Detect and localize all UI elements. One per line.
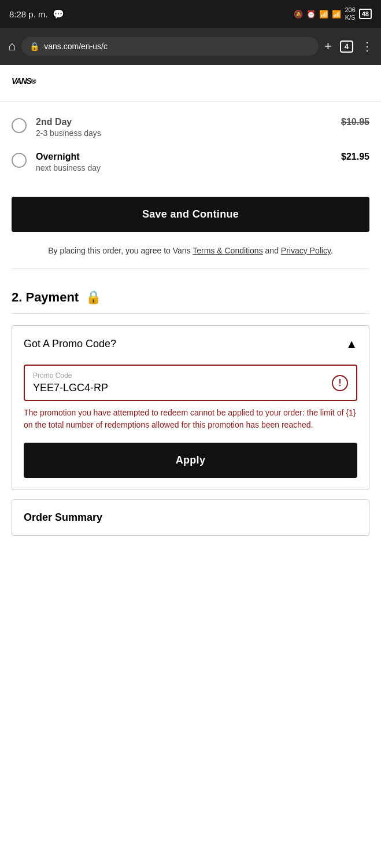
radio-overnight[interactable] [12,153,27,168]
promo-title: Got A Promo Code? [24,338,116,350]
shipping-section: 2nd Day 2-3 business days $10.95 Overnig… [12,102,369,187]
mute-icon: 🔕 [294,10,303,19]
chevron-up-icon[interactable]: ▲ [346,337,357,351]
url-text: vans.com/en-us/c [44,42,108,51]
status-time: 8:28 p. m. [9,9,48,19]
promo-input-value: YEE7-LGC4-RP [33,382,108,393]
logo-bar: VANS® [0,65,381,102]
apply-button[interactable]: Apply [24,443,357,478]
vans-logo: VANS® [12,74,369,95]
alarm-icon: ⏰ [306,10,316,19]
privacy-link[interactable]: Privacy Policy [281,246,331,255]
shipping-price-overnight: $21.95 [341,152,369,162]
status-time-area: 8:28 p. m. 💬 [9,9,64,20]
home-icon[interactable]: ⌂ [8,39,16,54]
browser-menu-icon[interactable]: ⋮ [361,39,373,53]
tab-count[interactable]: 4 [340,41,353,53]
main-content: 2nd Day 2-3 business days $10.95 Overnig… [0,102,381,547]
url-security-icon: 🔒 [29,42,39,51]
shipping-days-2nd-day: 2-3 business days [36,128,332,138]
signal-icon: 📶 [332,10,341,19]
promo-error-icon: ! [332,375,348,391]
status-icons: 🔕 ⏰ 📶 📶 206 K/S 48 [294,6,372,21]
logo-registered: ® [31,78,36,86]
browser-actions: + 4 ⋮ [324,39,373,54]
shipping-info-overnight: Overnight next business day [36,152,332,172]
new-tab-icon[interactable]: + [324,39,332,54]
promo-header[interactable]: Got A Promo Code? ▲ [24,337,357,351]
payment-header: 2. Payment 🔒 [12,290,369,305]
terms-text: By placing this order, you agree to Vans… [12,241,369,269]
shipping-days-overnight: next business day [36,163,332,172]
order-summary-title: Order Summary [24,512,102,523]
shipping-name-overnight: Overnight [36,152,332,162]
shipping-info-2nd-day: 2nd Day 2-3 business days [36,117,332,138]
browser-bar: ⌂ 🔒 vans.com/en-us/c + 4 ⋮ [0,28,381,65]
terms-link[interactable]: Terms & Conditions [193,246,262,255]
section-divider [12,269,369,269]
battery-indicator: 48 [359,9,372,19]
terms-middle: and [263,246,281,255]
shipping-name-2nd-day: 2nd Day [36,117,332,127]
terms-suffix: . [331,246,333,255]
payment-section: 2. Payment 🔒 Got A Promo Code? ▲ Promo C… [12,281,369,547]
save-continue-button[interactable]: Save and Continue [12,197,369,232]
wifi-icon: 📶 [319,10,328,19]
promo-input-container[interactable]: Promo Code YEE7-LGC4-RP ! [24,365,357,401]
shipping-option-overnight[interactable]: Overnight next business day $21.95 [12,145,369,179]
promo-input-label: Promo Code [33,372,327,380]
promo-error-message: The promotion you have attempted to rede… [24,407,357,431]
status-bar: 8:28 p. m. 💬 🔕 ⏰ 📶 📶 206 K/S 48 [0,0,381,28]
order-summary-box[interactable]: Order Summary [12,499,369,536]
radio-2nd-day[interactable] [12,118,27,133]
shipping-price-2nd-day: $10.95 [341,117,369,127]
data-speed: 206 K/S [345,6,355,21]
shipping-option-2nd-day[interactable]: 2nd Day 2-3 business days $10.95 [12,110,369,145]
url-bar[interactable]: 🔒 vans.com/en-us/c [21,37,319,56]
payment-divider [12,313,369,314]
whatsapp-icon: 💬 [53,9,64,20]
payment-section-title: 2. Payment [12,290,79,305]
lock-icon: 🔒 [86,290,101,305]
promo-code-box: Got A Promo Code? ▲ Promo Code YEE7-LGC4… [12,325,369,490]
promo-input-area: Promo Code YEE7-LGC4-RP ! [24,365,357,401]
terms-prefix: By placing this order, you agree to Vans [48,246,193,255]
logo-text: VANS [12,76,31,86]
